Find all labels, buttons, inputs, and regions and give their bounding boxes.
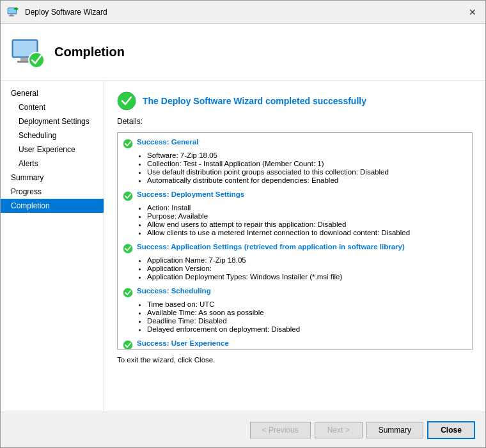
- footer-buttons: < Previous Next > Summary Close: [1, 412, 485, 447]
- list-item: Application Version:: [147, 265, 467, 272]
- success-header: The Deploy Software Wizard completed suc…: [117, 91, 473, 111]
- list-item: Software: 7-Zip 18.05: [147, 151, 467, 159]
- header-icon: [11, 35, 47, 70]
- detail-section-general: Success: General Software: 7-Zip 18.05 C…: [123, 138, 467, 184]
- svg-point-9: [29, 52, 44, 68]
- section-name-scheduling: Success: Scheduling: [137, 287, 211, 295]
- svg-rect-2: [10, 14, 13, 15]
- sidebar: General Content Deployment Settings Sche…: [1, 81, 104, 412]
- detail-section-title-userexp: Success: User Experience: [123, 339, 467, 350]
- list-item: Application Deployment Types: Windows In…: [147, 273, 467, 281]
- summary-button[interactable]: Summary: [366, 422, 423, 438]
- wizard-icon: [7, 6, 20, 19]
- main-panel: The Deploy Software Wizard completed suc…: [104, 81, 485, 412]
- sidebar-item-alerts[interactable]: Alerts: [1, 157, 104, 171]
- list-item: Use default distribution point groups as…: [147, 168, 467, 176]
- previous-button[interactable]: < Previous: [250, 422, 311, 438]
- check-icon-scheduling: [123, 288, 133, 298]
- success-check-icon: [117, 91, 136, 111]
- svg-rect-7: [20, 58, 28, 61]
- sidebar-item-scheduling[interactable]: Scheduling: [1, 128, 104, 143]
- detail-section-title-deployment: Success: Deployment Settings: [123, 190, 467, 201]
- sidebar-item-content[interactable]: Content: [1, 100, 104, 114]
- list-item: Action: Install: [147, 204, 467, 212]
- detail-items-appsettings: Application Name: 7-Zip 18.05 Applicatio…: [137, 256, 467, 281]
- list-item: Allow clients to use a metered Internet …: [147, 229, 467, 236]
- section-name-appsettings: Success: Application Settings (retrieved…: [137, 243, 405, 251]
- detail-section-deployment: Success: Deployment Settings Action: Ins…: [123, 190, 467, 236]
- detail-items-general: Software: 7-Zip 18.05 Collection: Test -…: [137, 151, 467, 184]
- list-item: Automatically distribute content for dep…: [147, 176, 467, 184]
- window-title: Deploy Software Wizard: [25, 8, 107, 17]
- detail-section-title: Success: General: [123, 138, 467, 149]
- title-bar-left: Deploy Software Wizard: [7, 6, 107, 19]
- details-box[interactable]: Success: General Software: 7-Zip 18.05 C…: [117, 132, 473, 350]
- list-item: Time based on: UTC: [147, 300, 467, 308]
- footer-note: To exit the wizard, click Close.: [117, 356, 473, 364]
- check-icon-deployment: [123, 191, 133, 201]
- sidebar-item-deployment-settings[interactable]: Deployment Settings: [1, 114, 104, 128]
- check-icon-general: [123, 139, 133, 149]
- sidebar-item-summary[interactable]: Summary: [1, 171, 104, 185]
- detail-section-userexp: Success: User Experience User notificati…: [123, 339, 467, 350]
- title-bar: Deploy Software Wizard ✕: [1, 1, 485, 24]
- sidebar-item-general[interactable]: General: [1, 86, 104, 100]
- details-label: Details:: [117, 117, 473, 126]
- detail-section-title-scheduling: Success: Scheduling: [123, 287, 467, 298]
- header-section: Completion: [1, 24, 485, 81]
- list-item: Deadline Time: Disabled: [147, 317, 467, 325]
- list-item: Application Name: 7-Zip 18.05: [147, 256, 467, 264]
- content-area: General Content Deployment Settings Sche…: [1, 81, 485, 412]
- detail-items-scheduling: Time based on: UTC Available Time: As so…: [137, 300, 467, 333]
- check-icon-userexp: [123, 340, 133, 350]
- check-icon-appsettings: [123, 243, 133, 254]
- detail-items-deployment: Action: Install Purpose: Available Allow…: [137, 204, 467, 236]
- page-title: Completion: [54, 45, 125, 59]
- wizard-window: Deploy Software Wizard ✕ Completion Gene…: [0, 0, 486, 448]
- sidebar-item-user-experience[interactable]: User Experience: [1, 143, 104, 157]
- list-item: Allow end users to attempt to repair thi…: [147, 220, 467, 228]
- list-item: Available Time: As soon as possible: [147, 309, 467, 316]
- close-button[interactable]: Close: [427, 421, 475, 439]
- detail-section-title-appsettings: Success: Application Settings (retrieved…: [123, 243, 467, 254]
- list-item: Delayed enforcement on deployment: Disab…: [147, 325, 467, 333]
- next-button[interactable]: Next >: [315, 422, 363, 438]
- list-item: Purpose: Available: [147, 212, 467, 220]
- sidebar-item-progress[interactable]: Progress: [1, 185, 104, 199]
- sidebar-item-completion[interactable]: Completion: [1, 199, 104, 213]
- close-button[interactable]: ✕: [466, 6, 479, 19]
- svg-rect-3: [9, 15, 14, 17]
- success-message: The Deploy Software Wizard completed suc…: [143, 96, 366, 106]
- detail-section-scheduling: Success: Scheduling Time based on: UTC A…: [123, 287, 467, 333]
- section-name-userexp: Success: User Experience: [137, 339, 229, 347]
- svg-point-10: [118, 92, 136, 110]
- section-name-general: Success: General: [137, 138, 199, 146]
- list-item: Collection: Test - Install Application (…: [147, 160, 467, 167]
- detail-section-appsettings: Success: Application Settings (retrieved…: [123, 243, 467, 281]
- section-name-deployment: Success: Deployment Settings: [137, 190, 244, 198]
